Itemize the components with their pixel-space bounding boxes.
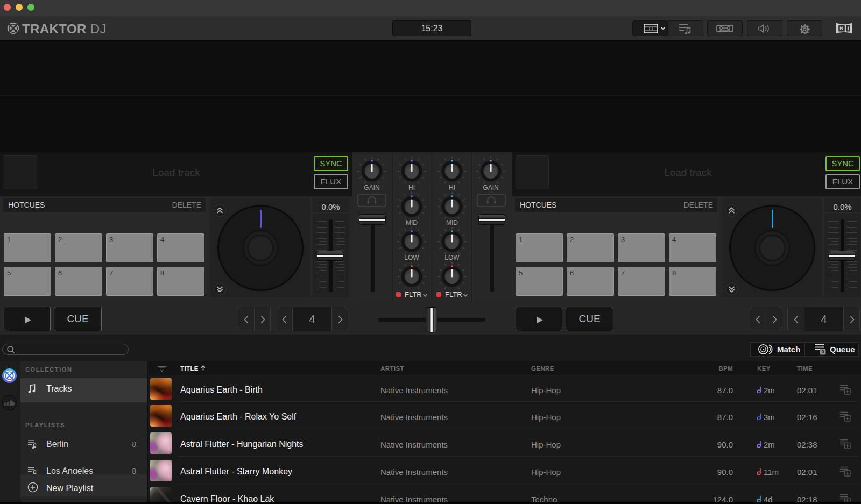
svg-text:0: 0 bbox=[822, 349, 824, 354]
